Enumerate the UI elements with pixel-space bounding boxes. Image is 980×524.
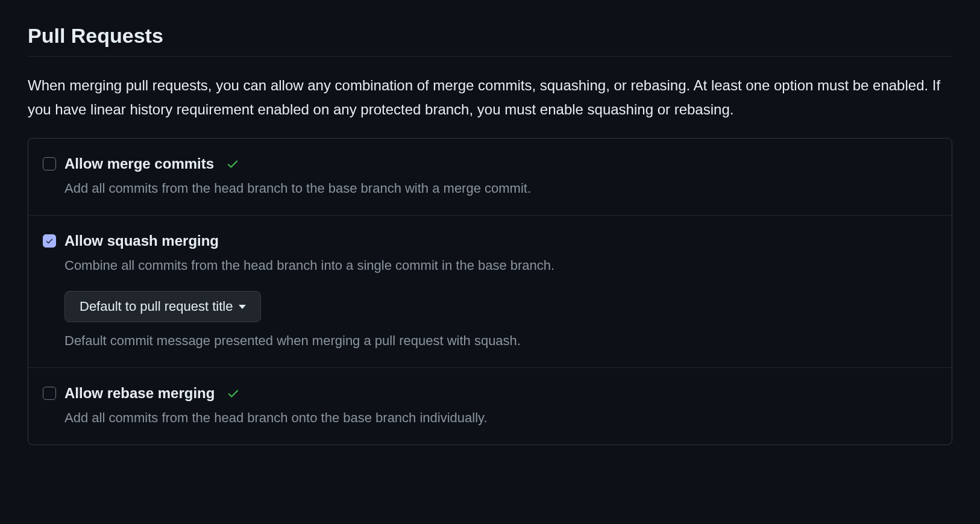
merge-options-box: Allow merge commits Add all commits from… — [28, 138, 952, 445]
section-description: When merging pull requests, you can allo… — [28, 73, 952, 121]
option-label-rebase: Allow rebase merging — [64, 385, 215, 402]
option-merge-commits: Allow merge commits Add all commits from… — [28, 139, 952, 216]
section-title: Pull Requests — [28, 24, 952, 57]
option-desc-squash: Combine all commits from the head branch… — [64, 255, 937, 275]
squash-default-dropdown[interactable]: Default to pull request title — [64, 291, 261, 322]
squash-default-desc: Default commit message presented when me… — [64, 331, 937, 351]
success-check-icon — [227, 387, 240, 400]
checkbox-squash[interactable] — [43, 234, 56, 248]
option-header: Allow rebase merging — [43, 385, 937, 402]
option-rebase: Allow rebase merging Add all commits fro… — [28, 368, 952, 444]
option-header: Allow squash merging — [43, 232, 937, 249]
option-header: Allow merge commits — [43, 155, 937, 172]
option-desc-merge-commits: Add all commits from the head branch to … — [64, 178, 937, 198]
checkbox-rebase[interactable] — [43, 387, 56, 400]
success-check-icon — [226, 157, 239, 170]
caret-down-icon — [239, 305, 246, 309]
option-label-squash: Allow squash merging — [64, 232, 219, 249]
squash-sub-section: Default to pull request title Default co… — [64, 291, 937, 351]
option-squash: Allow squash merging Combine all commits… — [28, 216, 952, 368]
dropdown-label: Default to pull request title — [80, 299, 233, 314]
option-label-merge-commits: Allow merge commits — [64, 155, 214, 172]
option-desc-rebase: Add all commits from the head branch ont… — [64, 408, 937, 428]
checkbox-merge-commits[interactable] — [43, 157, 56, 170]
